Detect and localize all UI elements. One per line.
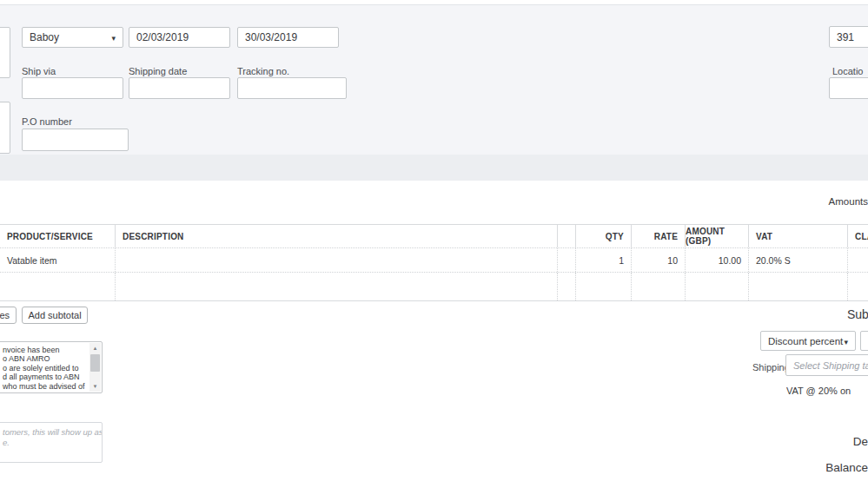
tracking-no-label: Tracking no. [237,66,289,76]
discount-type-value: Discount percent [768,336,843,346]
line-items-table: PRODUCT/SERVICE DESCRIPTION QTY RATE AMO… [0,224,868,301]
scrollbar-thumb[interactable] [90,354,100,372]
cell-product-service[interactable]: Vatable item [0,248,115,272]
message-text: nvoice has been o ABN AMRO o are solely … [3,346,85,391]
invoice-form-page: Baboy Ship via Shipping date Tracking no… [0,0,868,488]
cropped-left-field-2[interactable] [0,102,10,154]
cell-qty[interactable]: 1 [575,248,631,272]
cell-amount[interactable]: 10.00 [685,248,748,272]
shipping-label: Shipping [752,362,790,373]
amounts-are-label[interactable]: Amounts [781,196,868,207]
message-on-statement-box[interactable]: tomers, this will show up as e. [0,422,103,463]
deposit-label: De [825,435,868,448]
invoice-date-input[interactable] [129,27,230,48]
clear-all-lines-button[interactable]: es [0,307,17,324]
col-header-qty[interactable]: QTY [575,225,631,247]
cell-spacer [557,248,575,272]
balance-due-label: Balance [804,461,868,474]
discount-value-input[interactable] [860,331,868,351]
cell-description[interactable] [115,248,557,272]
cell-qty[interactable] [575,273,631,300]
col-header-amount[interactable]: AMOUNT (GBP) [685,225,748,247]
chevron-down-icon [844,336,848,346]
add-subtotal-button[interactable]: Add subtotal [22,307,88,324]
cell-rate[interactable]: 10 [631,248,685,272]
col-header-rate[interactable]: RATE [631,225,685,247]
table-row[interactable]: Vatable item 1 10 10.00 20.0% S [0,248,868,273]
terms-select-value: Baboy [30,31,59,43]
discount-type-select[interactable]: Discount percent [760,331,856,351]
po-number-label: P.O number [22,116,72,127]
table-row[interactable] [0,273,868,300]
ship-via-input[interactable] [22,77,123,99]
tracking-no-input[interactable] [237,77,347,99]
col-header-vat[interactable]: VAT [748,225,847,247]
cell-vat[interactable]: 20.0% S [748,248,847,272]
chevron-down-icon [111,31,116,43]
cell-vat[interactable] [748,273,847,300]
invoice-number-input[interactable] [829,26,868,48]
cropped-left-field-1[interactable] [0,27,10,78]
location-label: Locatio [832,66,863,76]
cell-spacer [557,273,575,300]
cell-amount[interactable] [685,273,748,300]
shipping-tax-input[interactable] [785,354,868,376]
textarea-scrollbar[interactable] [89,343,101,392]
due-date-input[interactable] [237,27,339,48]
po-number-input[interactable] [22,129,129,151]
statement-placeholder-text: tomers, this will show up as e. [3,427,103,447]
col-header-class[interactable]: CLAS [847,225,868,247]
cell-description[interactable] [115,273,557,300]
col-header-product-service[interactable]: PRODUCT/SERVICE [0,225,115,247]
location-input[interactable] [829,77,868,99]
col-header-spacer [557,225,575,247]
table-header-row: PRODUCT/SERVICE DESCRIPTION QTY RATE AMO… [0,225,868,248]
vat-summary-label: VAT @ 20% on [786,386,868,396]
subtotal-label: Subt [817,307,868,321]
cell-class[interactable] [847,273,868,300]
shipping-date-input[interactable] [129,77,230,99]
cell-product-service[interactable] [0,273,115,300]
message-on-invoice-textarea[interactable]: nvoice has been o ABN AMRO o are solely … [0,341,103,393]
header-divider-band [0,155,868,181]
terms-select[interactable]: Baboy [22,27,123,48]
scroll-up-icon[interactable] [89,343,101,353]
ship-via-label: Ship via [22,66,56,76]
cell-class[interactable] [847,248,868,272]
cell-rate[interactable] [631,273,685,300]
shipping-date-label: Shipping date [129,66,187,76]
scroll-down-icon[interactable] [89,381,101,392]
col-header-description[interactable]: DESCRIPTION [115,225,557,247]
